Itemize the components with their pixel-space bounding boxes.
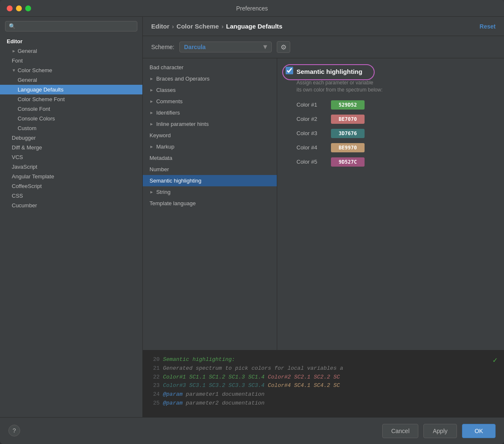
sidebar-item-debugger[interactable]: Debugger [0, 133, 142, 143]
list-item-label: Identifiers [156, 110, 180, 116]
sidebar-item-label: Editor [7, 38, 23, 44]
sidebar-item-editor[interactable]: Editor [0, 37, 142, 46]
sidebar-item-label: Console Colors [18, 115, 55, 122]
list-item-metadata[interactable]: Metadata [143, 152, 277, 164]
expand-icon: ► [150, 76, 154, 81]
list-item-string[interactable]: ► String [143, 186, 277, 198]
minimize-button[interactable] [16, 5, 22, 11]
sidebar-item-cs-general[interactable]: General [0, 75, 142, 85]
sidebar-item-label: Console Font [18, 106, 50, 112]
sidebar-item-javascript[interactable]: JavaScript [0, 162, 142, 172]
sidebar-item-label: CoffeeScript [12, 183, 42, 189]
settings-panel: Semantic highlighting Assign each parame… [277, 58, 504, 350]
list-item-label: Bad character [150, 64, 184, 71]
gear-icon: ⚙ [281, 43, 286, 51]
list-item-inline-param-hints[interactable]: ► Inline parameter hints [143, 118, 277, 130]
list-item-label: Number [150, 166, 169, 172]
expand-icon: ► [150, 99, 154, 104]
maximize-button[interactable] [25, 5, 31, 11]
sidebar-item-diff-merge[interactable]: Diff & Merge [0, 143, 142, 152]
sidebar-item-coffeescript[interactable]: CoffeeScript [0, 181, 142, 191]
main-content: 🔍 Editor ► General Font ▼ Color Scheme [0, 17, 504, 417]
list-item-label: Inline parameter hints [156, 121, 209, 127]
list-item-template-language[interactable]: Template language [143, 198, 277, 209]
list-item-label: Braces and Operators [156, 76, 210, 82]
breadcrumb: Editor › Color Scheme › Language Default… [151, 23, 282, 30]
sidebar-item-angular-template[interactable]: Angular Template [0, 172, 142, 181]
list-item-semantic-highlighting[interactable]: Semantic highlighting [143, 175, 277, 186]
sidebar-item-language-defaults[interactable]: Language Defaults [0, 85, 142, 94]
scheme-select-wrapper: Darcula Default High Contrast ▼ [179, 42, 272, 52]
list-item-markup[interactable]: ► Markup [143, 141, 277, 152]
sh-title: Semantic highlighting [297, 68, 362, 75]
code-line-21: 21 Generated spectrum to pick colors for… [150, 364, 493, 373]
sidebar-item-label: Color Scheme [18, 67, 52, 73]
code-line-23: 23 Color#3 SC3.1 SC3.2 SC3.3 SC3.4 Color… [150, 381, 493, 390]
preview-area: 20 Semantic highlighting: 21 Generated s… [143, 350, 504, 417]
help-button[interactable]: ? [8, 425, 20, 436]
expand-icon: ► [150, 122, 154, 126]
checkmark-icon: ✓ [493, 355, 497, 365]
right-panel: Editor › Color Scheme › Language Default… [143, 17, 504, 417]
list-item-bad-character[interactable]: Bad character [143, 62, 277, 73]
color-label-2: Color #2 [297, 116, 326, 122]
sidebar-item-label: CSS [12, 193, 23, 199]
expand-icon: ► [150, 144, 154, 149]
list-item-comments[interactable]: ► Comments [143, 96, 277, 107]
semantic-highlight-checkbox[interactable] [286, 67, 293, 74]
sidebar-item-label: Font [12, 57, 23, 64]
close-button[interactable] [7, 5, 13, 11]
sidebar-item-console-font[interactable]: Console Font [0, 104, 142, 114]
color-swatch-2[interactable]: BE7070 [331, 115, 365, 124]
gear-button[interactable]: ⚙ [277, 41, 290, 53]
breadcrumb-language-defaults: Language Defaults [226, 23, 282, 30]
ok-button[interactable]: OK [462, 424, 496, 438]
semantic-highlight-section: Semantic highlighting Assign each parame… [286, 67, 496, 167]
color-swatch-1[interactable]: 529D52 [331, 100, 365, 110]
color-row-4: Color #4 BE9970 [286, 143, 496, 152]
sidebar-item-font[interactable]: Font [0, 56, 142, 65]
sidebar-item-vcs[interactable]: VCS [0, 152, 142, 162]
sidebar: 🔍 Editor ► General Font ▼ Color Scheme [0, 17, 143, 417]
expand-icon: ► [150, 110, 154, 115]
sidebar-item-cucumber[interactable]: Cucumber [0, 201, 142, 210]
expand-icon: ► [150, 190, 154, 194]
list-item-identifiers[interactable]: ► Identifiers [143, 107, 277, 118]
search-input[interactable] [18, 23, 134, 29]
color-label-5: Color #5 [297, 159, 326, 165]
scheme-select[interactable]: Darcula Default High Contrast [179, 42, 272, 52]
list-item-classes[interactable]: ► Classes [143, 84, 277, 96]
sidebar-item-custom[interactable]: Custom [0, 123, 142, 133]
list-item-braces-operators[interactable]: ► Braces and Operators [143, 73, 277, 84]
sidebar-item-console-colors[interactable]: Console Colors [0, 114, 142, 123]
reset-button[interactable]: Reset [480, 23, 496, 30]
color-row-3: Color #3 3D7676 [286, 129, 496, 138]
color-swatch-5[interactable]: 9D527C [331, 157, 365, 167]
traffic-lights [7, 5, 31, 11]
sidebar-item-css[interactable]: CSS [0, 191, 142, 201]
code-line-22: 22 Color#1 SC1.1 SC1.2 SC1.3 SC1.4 Color… [150, 373, 493, 382]
code-line-24: 24 @param parameter1 documentation [150, 390, 493, 399]
expand-icon: ▼ [12, 68, 16, 73]
list-item-label: Classes [156, 87, 176, 93]
apply-button[interactable]: Apply [423, 424, 457, 438]
sidebar-item-general[interactable]: ► General [0, 46, 142, 56]
color-row-2: Color #2 BE7070 [286, 115, 496, 124]
color-swatch-3[interactable]: 3D7676 [331, 129, 365, 138]
color-row-5: Color #5 9D527C [286, 157, 496, 167]
preferences-window: Preferences 🔍 Editor ► General Font [0, 0, 504, 444]
list-item-label: Semantic highlighting [150, 178, 202, 184]
sidebar-item-color-scheme[interactable]: ▼ Color Scheme [0, 65, 142, 75]
cancel-button[interactable]: Cancel [382, 424, 418, 438]
sidebar-item-label: VCS [12, 154, 23, 160]
color-swatch-4[interactable]: BE9970 [331, 143, 365, 152]
list-item-keyword[interactable]: Keyword [143, 130, 277, 141]
code-line-20: 20 Semantic highlighting: [150, 355, 493, 364]
list-item-number[interactable]: Number [143, 164, 277, 175]
sidebar-item-color-scheme-font[interactable]: Color Scheme Font [0, 94, 142, 104]
search-bar[interactable]: 🔍 [5, 21, 137, 31]
window-title: Preferences [236, 5, 268, 12]
sh-checkbox-wrapper [286, 67, 293, 76]
list-item-label: Template language [150, 200, 196, 206]
list-item-label: Keyword [150, 132, 171, 138]
